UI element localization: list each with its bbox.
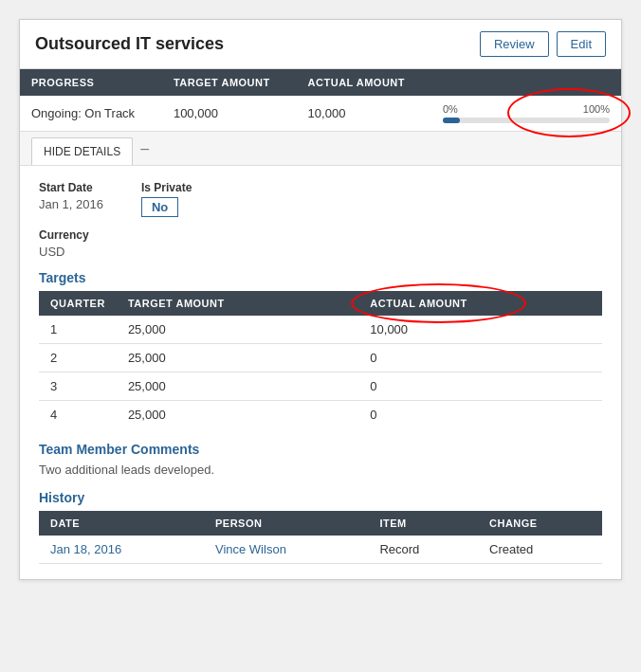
start-date-field: Start Date Jan 1, 2016: [39, 181, 103, 217]
quarter-cell: 3: [39, 372, 117, 401]
actual-cell: 0: [358, 401, 602, 429]
date-col-header: DATE: [39, 511, 204, 536]
quarter-cell: 1: [39, 316, 117, 344]
actual-cell: 0: [358, 344, 602, 372]
target-cell: 25,000: [117, 316, 358, 344]
target-cell: 25,000: [117, 372, 358, 401]
currency-value: USD: [39, 245, 602, 259]
bar-max-label: 100%: [583, 103, 610, 115]
history-table: DATE PERSON ITEM CHANGE Jan 18, 2016 Vin…: [39, 511, 602, 564]
target-row: 3 25,000 0: [39, 372, 602, 401]
bar-min-label: 0%: [443, 103, 458, 115]
actual-cell: 10,000: [358, 316, 602, 344]
history-change: Created: [478, 536, 602, 564]
target-row: 4 25,000 0: [39, 401, 602, 429]
currency-field: Currency USD: [39, 228, 602, 259]
comments-title: Team Member Comments: [39, 442, 602, 457]
target-cell: 25,000: [117, 401, 358, 429]
targets-table: QUARTER TARGET AMOUNT ACTUAL AMOUNT 1 25…: [39, 291, 602, 428]
change-col-header: CHANGE: [478, 511, 602, 536]
comments-section: Team Member Comments Two additional lead…: [39, 442, 602, 477]
progress-bar-cell: 0% 100%: [431, 96, 621, 131]
start-date-label: Start Date: [39, 181, 103, 194]
target-amount-col-header-2: TARGET AMOUNT: [117, 291, 358, 316]
target-row: 2 25,000 0: [39, 344, 602, 372]
comments-text: Two additional leads developed.: [39, 463, 602, 477]
target-cell: 25,000: [117, 344, 358, 372]
progress-row: Ongoing: On Track 100,000 10,000 0% 100%: [20, 96, 621, 131]
target-row: 1 25,000 10,000: [39, 316, 602, 344]
quarter-cell: 4: [39, 401, 117, 429]
details-body: Start Date Jan 1, 2016 Is Private No Cur…: [20, 166, 621, 579]
quarter-cell: 2: [39, 344, 117, 372]
target-amount-value: 100,000: [162, 96, 297, 131]
progress-col-header: PROGRESS: [20, 69, 162, 96]
hide-details-tab[interactable]: HIDE DETAILS: [31, 137, 133, 165]
history-date: Jan 18, 2016: [39, 536, 204, 564]
is-private-field: Is Private No: [141, 181, 192, 217]
currency-label: Currency: [39, 228, 602, 242]
bar-col-header: [431, 69, 621, 96]
review-button[interactable]: Review: [480, 31, 549, 57]
header-buttons: Review Edit: [480, 31, 606, 57]
history-section-title: History: [39, 490, 602, 505]
person-col-header: PERSON: [204, 511, 368, 536]
quarter-col-header: QUARTER: [39, 291, 117, 316]
progress-status: Ongoing: On Track: [20, 96, 162, 131]
details-tab-bar: HIDE DETAILS –: [20, 131, 621, 166]
progress-bar-container: [443, 118, 610, 123]
details-row-1: Start Date Jan 1, 2016 Is Private No: [39, 181, 602, 217]
progress-bar-fill: [443, 118, 460, 123]
card-title: Outsourced IT services: [35, 34, 224, 54]
history-person: Vince Wilson: [204, 536, 368, 564]
start-date-value: Jan 1, 2016: [39, 197, 103, 211]
progress-table: PROGRESS TARGET AMOUNT ACTUAL AMOUNT Ong…: [20, 69, 621, 131]
card-header: Outsourced IT services Review Edit: [20, 20, 621, 69]
item-col-header: ITEM: [368, 511, 478, 536]
target-amount-col-header: TARGET AMOUNT: [162, 69, 297, 96]
targets-section-title: Targets: [39, 270, 602, 285]
actual-cell: 0: [358, 372, 602, 401]
actual-amount-value: 10,000: [297, 96, 431, 131]
edit-button[interactable]: Edit: [557, 31, 606, 57]
actual-amount-col-header-2: ACTUAL AMOUNT: [358, 291, 602, 316]
is-private-label: Is Private: [141, 181, 192, 194]
is-private-badge: No: [141, 197, 178, 217]
history-item: Record: [368, 536, 478, 564]
main-card: Outsourced IT services Review Edit PROGR…: [19, 19, 622, 580]
progress-bar-labels: 0% 100%: [443, 103, 610, 115]
history-row: Jan 18, 2016 Vince Wilson Record Created: [39, 536, 602, 564]
tab-dash[interactable]: –: [140, 140, 149, 157]
actual-amount-col-header: ACTUAL AMOUNT: [297, 69, 431, 96]
